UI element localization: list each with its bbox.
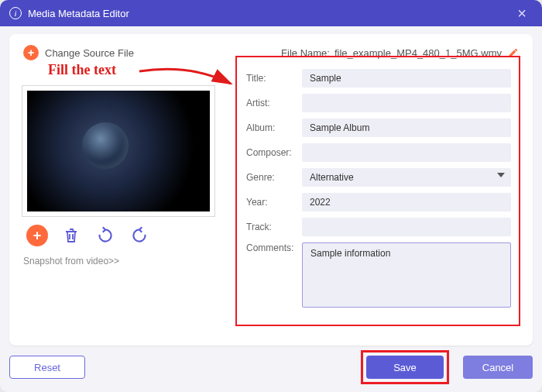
metadata-form: Title: Artist: Album: Composer: Genre: A… xyxy=(235,56,520,326)
save-button[interactable]: Save xyxy=(366,356,444,379)
snapshot-link[interactable]: Snapshot from video>> xyxy=(22,251,215,271)
year-input[interactable] xyxy=(302,193,511,211)
album-input[interactable] xyxy=(302,119,511,137)
plus-icon[interactable]: + xyxy=(23,45,39,60)
close-icon[interactable]: × xyxy=(511,5,533,22)
title-input[interactable] xyxy=(302,69,511,88)
track-input[interactable] xyxy=(302,218,511,236)
rotate-left-icon[interactable] xyxy=(94,225,116,246)
album-label: Album: xyxy=(246,122,302,133)
artist-input[interactable] xyxy=(302,94,511,112)
add-cover-button[interactable]: + xyxy=(26,225,48,246)
trash-icon[interactable] xyxy=(60,225,82,246)
composer-input[interactable] xyxy=(302,143,511,162)
window-title: Media Metadata Editor xyxy=(28,8,129,19)
comments-input[interactable] xyxy=(302,242,511,308)
comments-label: Comments: xyxy=(246,242,302,253)
chevron-down-icon xyxy=(497,173,505,177)
save-highlight: Save xyxy=(361,350,449,384)
annotation-text: Fill the text xyxy=(48,62,116,78)
rotate-right-icon[interactable] xyxy=(129,225,150,246)
track-label: Track: xyxy=(246,222,302,232)
footer: Reset Save Cancel xyxy=(9,352,533,383)
app-window: i Media Metadata Editor × + Change Sourc… xyxy=(0,0,542,392)
year-label: Year: xyxy=(246,197,302,208)
composer-label: Composer: xyxy=(246,147,302,158)
cover-panel: + Snapshot from video>> xyxy=(22,85,215,271)
genre-value: Alternative xyxy=(310,172,354,183)
genre-label: Genre: xyxy=(246,172,302,183)
cancel-button[interactable]: Cancel xyxy=(463,356,533,379)
artist-label: Artist: xyxy=(246,98,302,108)
title-label: Title: xyxy=(246,73,302,84)
info-icon: i xyxy=(9,7,22,19)
reset-button[interactable]: Reset xyxy=(9,356,85,379)
cover-image xyxy=(27,91,210,211)
change-source-link[interactable]: Change Source File xyxy=(45,47,134,59)
cover-frame[interactable] xyxy=(22,85,215,217)
title-bar: i Media Metadata Editor × xyxy=(0,0,542,26)
genre-select[interactable]: Alternative xyxy=(302,168,511,187)
content-card: + Change Source File File Name: file_exa… xyxy=(9,34,533,346)
